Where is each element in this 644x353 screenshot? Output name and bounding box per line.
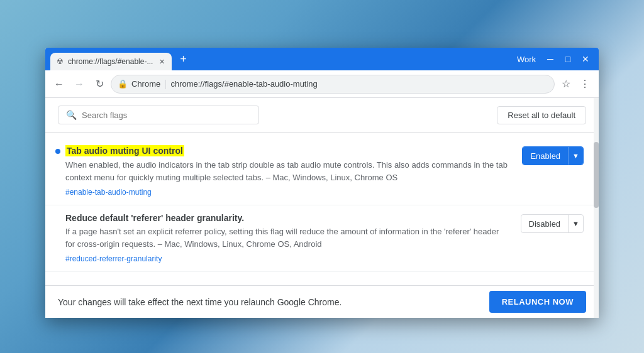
flag-item-tab-audio-muting: Tab audio muting UI control When enabled… [45, 138, 599, 205]
scroll-thumb[interactable] [594, 142, 599, 208]
new-tab-button[interactable]: + [174, 50, 192, 68]
search-input[interactable] [82, 111, 251, 120]
tab-area: ☢ chrome://flags/#enable-... ✕ + [50, 48, 517, 70]
flag-info-2: Reduce default 'referer' header granular… [65, 213, 511, 264]
flag-dropdown-disabled[interactable]: Disabled ▼ [521, 214, 584, 233]
dropdown-label-enabled: Enabled [523, 147, 568, 165]
close-button[interactable]: ✕ [577, 51, 594, 67]
flag-active-dot [55, 149, 60, 154]
flag-description: When enabled, the audio indicators in th… [65, 159, 512, 183]
refresh-button[interactable]: ↻ [91, 75, 108, 93]
dropdown-label-disabled: Disabled [521, 215, 569, 232]
search-icon: 🔍 [66, 110, 77, 120]
dropdown-arrow-enabled[interactable]: ▼ [568, 147, 583, 165]
navigation-bar: ← → ↻ 🔒 Chrome | chrome://flags/#enable-… [45, 70, 599, 98]
tab-title: chrome://flags/#enable-... [68, 57, 153, 66]
address-bar[interactable]: 🔒 Chrome | chrome://flags/#enable-tab-au… [111, 75, 555, 94]
browser-window: ☢ chrome://flags/#enable-... ✕ + Work ─ … [45, 48, 599, 318]
flag-link-2[interactable]: #reduced-referrer-granularity [65, 254, 162, 263]
lock-icon: 🔒 [118, 79, 128, 89]
minimize-button[interactable]: ─ [542, 51, 558, 67]
bookmark-button[interactable]: ☆ [557, 75, 575, 93]
search-box[interactable]: 🔍 [58, 106, 259, 124]
flag-title: Tab audio muting UI control [65, 145, 512, 156]
title-bar: ☢ chrome://flags/#enable-... ✕ + Work ─ … [45, 48, 599, 70]
nav-right-buttons: ☆ ⋮ [557, 75, 594, 93]
flags-list: Tab audio muting UI control When enabled… [45, 133, 599, 285]
forward-icon: → [74, 79, 84, 90]
more-menu-button[interactable]: ⋮ [576, 75, 594, 93]
forward-button[interactable]: → [70, 75, 88, 93]
active-tab[interactable]: ☢ chrome://flags/#enable-... ✕ [50, 53, 172, 70]
flag-title-2: Reduce default 'referer' header granular… [65, 213, 511, 223]
flag-info: Tab audio muting UI control When enabled… [65, 145, 512, 197]
more-icon: ⋮ [580, 78, 590, 90]
relaunch-message: Your changes will take effect the next t… [58, 297, 479, 307]
scrollbar[interactable] [594, 98, 599, 318]
site-name: Chrome [131, 79, 160, 89]
dropdown-arrow-disabled[interactable]: ▼ [568, 215, 583, 232]
flag-description-2: If a page hasn't set an explicit referre… [65, 225, 511, 250]
content-area: 🔍 Reset all to default Tab audio muting … [45, 98, 599, 318]
flag-title-highlighted: Tab audio muting UI control [65, 145, 184, 156]
tab-favicon-icon: ☢ [55, 57, 64, 66]
star-icon: ☆ [562, 78, 570, 90]
back-button[interactable]: ← [50, 75, 68, 93]
url-text: chrome://flags/#enable-tab-audio-muting [170, 79, 548, 89]
flag-link[interactable]: #enable-tab-audio-muting [65, 188, 152, 197]
back-icon: ← [54, 79, 64, 90]
flag-control-disabled[interactable]: Disabled ▼ [521, 214, 584, 233]
reset-all-button[interactable]: Reset all to default [497, 106, 586, 124]
tab-close-button[interactable]: ✕ [157, 57, 167, 67]
flag-control-enabled[interactable]: Enabled ▼ [522, 146, 584, 165]
flag-row: Tab audio muting UI control When enabled… [65, 145, 584, 197]
address-separator: | [164, 79, 167, 90]
bottom-bar: Your changes will take effect the next t… [45, 285, 599, 318]
relaunch-button[interactable]: RELAUNCH NOW [489, 291, 586, 313]
flag-item-reduced-referrer: Reduce default 'referer' header granular… [45, 205, 599, 272]
refresh-icon: ↻ [96, 78, 104, 90]
flags-toolbar: 🔍 Reset all to default [45, 98, 599, 133]
flag-dropdown-enabled[interactable]: Enabled ▼ [522, 146, 584, 165]
window-label: Work [517, 55, 536, 64]
window-controls: Work ─ □ ✕ [517, 51, 594, 67]
restore-button[interactable]: □ [560, 51, 576, 67]
flag-row-2: Reduce default 'referer' header granular… [65, 213, 584, 264]
